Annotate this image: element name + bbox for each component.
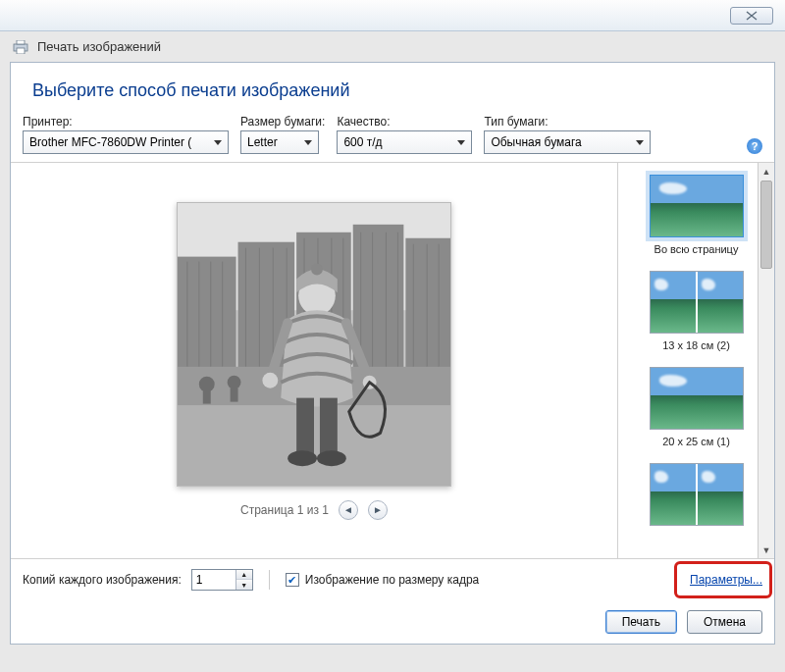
- svg-point-31: [199, 376, 215, 391]
- papersize-label: Размер бумаги:: [240, 115, 325, 129]
- papersize-value: Letter: [247, 135, 278, 149]
- printer-dropdown[interactable]: Brother MFC-7860DW Printer (: [23, 130, 229, 154]
- svg-rect-9: [405, 237, 450, 368]
- svg-point-33: [228, 375, 241, 388]
- layout-scrollbar[interactable]: ▲ ▼: [758, 163, 774, 558]
- svg-rect-32: [203, 389, 211, 403]
- cancel-button[interactable]: Отмена: [687, 610, 762, 634]
- layout-fullpage-label: Во всю страницу: [626, 243, 766, 255]
- copies-spinner[interactable]: ▲ ▼: [191, 569, 253, 591]
- papertype-dropdown[interactable]: Обычная бумага: [484, 130, 651, 154]
- printer-icon: [12, 40, 29, 54]
- window-header: Печать изображений: [0, 31, 785, 62]
- copies-row: Копий каждого изображения: ▲ ▼ ✔ Изображ…: [11, 559, 774, 600]
- svg-point-41: [288, 450, 317, 466]
- copies-input[interactable]: [192, 570, 236, 590]
- svg-rect-34: [231, 388, 238, 401]
- printer-label: Принтер:: [23, 115, 229, 129]
- window-title: Печать изображений: [37, 39, 161, 54]
- scroll-thumb[interactable]: [760, 181, 772, 269]
- papersize-dropdown[interactable]: Letter: [240, 130, 319, 154]
- quality-dropdown[interactable]: 600 т/д: [337, 130, 472, 154]
- dialog-heading: Выберите способ печати изображений: [11, 63, 774, 115]
- papertype-value: Обычная бумага: [491, 135, 581, 149]
- copies-up-button[interactable]: ▲: [236, 570, 252, 580]
- fit-checkbox[interactable]: ✔: [286, 573, 299, 587]
- svg-rect-1: [17, 40, 25, 44]
- print-button[interactable]: Печать: [605, 610, 677, 634]
- layout-20x25[interactable]: 20 x 25 см (1): [622, 361, 770, 457]
- svg-point-37: [262, 372, 278, 388]
- papertype-group: Тип бумаги: Обычная бумага: [484, 115, 651, 154]
- printer-value: Brother MFC-7860DW Printer (: [29, 135, 191, 149]
- copies-label: Копий каждого изображения:: [23, 573, 182, 587]
- svg-point-42: [317, 450, 346, 466]
- close-icon: [745, 11, 759, 21]
- layout-13x18-label: 13 x 18 см (2): [626, 339, 766, 351]
- divider: [269, 570, 270, 590]
- layout-13x18[interactable]: 13 x 18 см (2): [622, 265, 770, 361]
- svg-rect-5: [178, 256, 236, 368]
- page-label: Страница 1 из 1: [240, 503, 329, 517]
- papertype-label: Тип бумаги:: [484, 115, 651, 129]
- quality-label: Качество:: [337, 115, 472, 129]
- help-icon[interactable]: ?: [747, 138, 762, 154]
- footer-row: Печать Отмена: [11, 600, 774, 644]
- svg-rect-40: [320, 397, 338, 454]
- scroll-up-icon[interactable]: ▲: [759, 163, 774, 180]
- next-page-button[interactable]: ►: [368, 500, 388, 520]
- page-indicator: Страница 1 из 1 ◄ ►: [240, 500, 388, 520]
- dialog-frame: Выберите способ печати изображений Принт…: [10, 62, 775, 645]
- layout-20x25-label: 20 x 25 см (1): [626, 436, 766, 447]
- quality-group: Качество: 600 т/д: [337, 115, 472, 154]
- printer-group: Принтер: Brother MFC-7860DW Printer (: [23, 115, 229, 154]
- controls-row: Принтер: Brother MFC-7860DW Printer ( Ра…: [11, 115, 774, 163]
- quality-value: 600 т/д: [343, 135, 382, 149]
- svg-rect-39: [296, 397, 314, 454]
- svg-point-36: [311, 263, 323, 275]
- titlebar: [0, 0, 785, 31]
- options-link[interactable]: Параметры...: [690, 573, 762, 587]
- scroll-down-icon[interactable]: ▼: [759, 542, 774, 558]
- preview-image: [177, 202, 451, 487]
- papersize-group: Размер бумаги: Letter: [240, 115, 325, 154]
- fit-checkbox-row[interactable]: ✔ Изображение по размеру кадра: [286, 573, 479, 587]
- layout-pane[interactable]: Во всю страницу 13 x 18 см (2) 20 x 25 с…: [617, 163, 774, 558]
- body-row: Страница 1 из 1 ◄ ► Во всю страницу 13 x…: [11, 163, 774, 559]
- close-button[interactable]: [730, 7, 773, 25]
- fit-label: Изображение по размеру кадра: [305, 573, 479, 587]
- layout-next-thumb: [650, 463, 744, 526]
- prev-page-button[interactable]: ◄: [339, 500, 358, 520]
- layout-next[interactable]: [622, 457, 770, 542]
- layout-20x25-thumb: [650, 367, 744, 430]
- layout-13x18-thumb: [650, 271, 744, 334]
- preview-pane: Страница 1 из 1 ◄ ►: [11, 163, 617, 558]
- layout-fullpage[interactable]: Во всю страницу: [622, 169, 770, 265]
- copies-down-button[interactable]: ▼: [236, 580, 252, 590]
- svg-rect-2: [17, 48, 25, 54]
- layout-fullpage-thumb: [650, 175, 744, 237]
